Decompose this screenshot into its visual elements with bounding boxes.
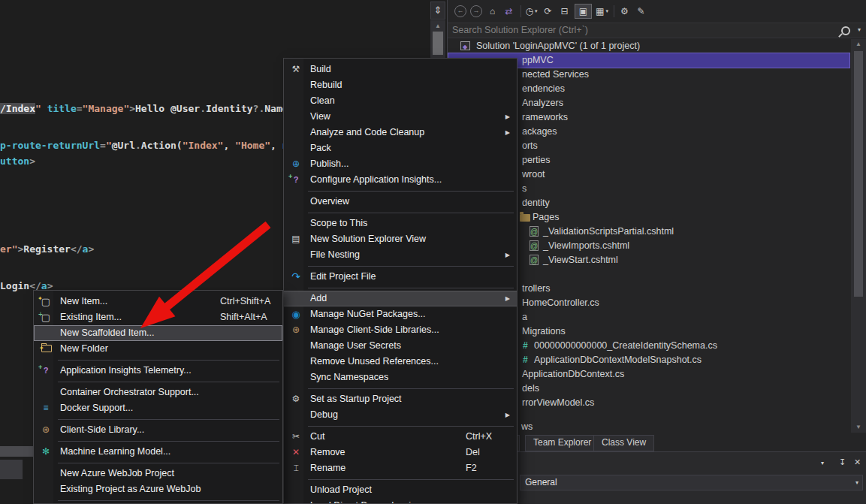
menu-item-debug[interactable]: Debug▶ <box>284 407 517 423</box>
tab-team-explorer[interactable]: Team Explorer <box>525 435 599 451</box>
menu-shortcut: Shift+Alt+A <box>220 309 267 325</box>
code-token: utton <box>0 155 29 167</box>
editor-bottom-scrollbar-fragment[interactable] <box>0 446 34 457</box>
tree-item-label: rrorViewModel.cs <box>522 396 594 410</box>
dropdown-caret-icon[interactable]: ▾ <box>535 8 538 14</box>
code-line: utton> <box>0 155 35 167</box>
collapse-all-icon[interactable]: ⊟ <box>558 5 571 18</box>
back-icon[interactable]: ← <box>454 5 466 17</box>
menu-item-new-solution-explorer-view[interactable]: ▤New Solution Explorer View <box>284 231 517 247</box>
menu-item-new-item[interactable]: ▢New Item...Ctrl+Shift+A <box>34 294 282 309</box>
tree-item-label: _ViewStart.cshtml <box>543 253 618 267</box>
menu-item-client-side-library[interactable]: ⊛Client-Side Library... <box>34 422 282 438</box>
show-all-files-icon[interactable]: ▣ <box>575 4 592 19</box>
menu-item-rename[interactable]: ⌶RenameF2 <box>284 460 517 476</box>
menu-item-scope-to-this[interactable]: Scope to This <box>284 216 517 231</box>
tree-item-label: ppMVC <box>522 53 554 68</box>
menu-item-add[interactable]: Add▶ <box>284 291 517 306</box>
menu-item-label: Clean <box>310 95 335 106</box>
code-token: "Manage" <box>83 103 130 114</box>
code-token: , <box>223 140 235 151</box>
refresh-icon[interactable]: ⟳ <box>542 5 554 18</box>
explorer-scrollbar[interactable]: ▲ ▼ <box>851 39 866 433</box>
menu-item-manage-user-secrets[interactable]: Manage User Secrets <box>284 338 517 354</box>
output-source-combobox[interactable]: General ▾ <box>520 475 863 490</box>
menu-item-edit-project-file[interactable]: ↷Edit Project File <box>284 269 517 285</box>
scrollbar-up-icon[interactable]: ▲ <box>430 20 445 29</box>
submenu-arrow-icon: ▶ <box>505 291 510 306</box>
edit-project-file-icon: ↷ <box>287 269 305 285</box>
menu-item-configure-application-insights[interactable]: ?Configure Application Insights... <box>284 172 517 188</box>
home-icon[interactable]: ⌂ <box>486 5 499 18</box>
switch-views-icon[interactable]: ⇄ <box>502 5 515 18</box>
menu-item-unload-project[interactable]: Unload Project <box>284 482 517 498</box>
combobox-caret-icon[interactable]: ▾ <box>855 479 858 486</box>
forward-icon[interactable]: → <box>470 5 482 17</box>
menu-item-clean[interactable]: Clean <box>284 93 517 109</box>
menu-item-label: Unload Project <box>310 484 372 495</box>
submenu-arrow-icon: ▶ <box>505 247 510 263</box>
menu-item-docker-support[interactable]: ≡Docker Support... <box>34 400 282 416</box>
menu-item-label: Client-Side Library... <box>60 424 144 435</box>
menu-item-cut[interactable]: ✂CutCtrl+X <box>284 429 517 445</box>
tree-item-label: dentity <box>522 196 550 210</box>
close-icon[interactable]: ✕ <box>854 457 861 467</box>
sync-with-active-document-icon[interactable]: ▦▾ <box>596 5 608 18</box>
menu-item-load-direct-dependencies[interactable]: Load Direct Dependencies <box>284 498 517 504</box>
menu-item-overview[interactable]: Overview <box>284 194 517 210</box>
menu-item-file-nesting[interactable]: File Nesting▶ <box>284 247 517 263</box>
scrollbar-up-icon[interactable]: ▲ <box>851 41 866 47</box>
search-options-caret-icon[interactable]: ▾ <box>858 26 861 33</box>
editor-scrollbar[interactable]: ▲ <box>430 20 445 58</box>
toolbar-separator <box>614 5 614 17</box>
explorer-scrollbar-thumb[interactable] <box>854 51 863 297</box>
tree-item-label: ackages <box>522 125 557 139</box>
code-line: er">Register</a> <box>0 243 94 255</box>
code-token: " <box>35 103 41 114</box>
preview-selected-items-icon[interactable]: ✎ <box>635 5 647 18</box>
menu-item-container-orchestrator-support[interactable]: Container Orchestrator Support... <box>34 385 282 400</box>
pin-icon[interactable]: ↧ <box>839 457 846 467</box>
menu-separator <box>284 476 517 482</box>
scrollbar-down-icon[interactable]: ▼ <box>851 424 866 430</box>
menu-item-manage-client-side-libraries[interactable]: ⊛Manage Client-Side Libraries... <box>284 322 517 338</box>
app-insights-icon: ? <box>37 363 55 379</box>
menu-item-sync-namespaces[interactable]: Sync Namespaces <box>284 370 517 385</box>
tree-item-solution-loginappmvc-1-of-1-project[interactable]: Solution 'LoginAppMVC' (1 of 1 project) <box>448 39 850 53</box>
menu-item-view[interactable]: View▶ <box>284 109 517 125</box>
search-icon[interactable] <box>841 26 850 35</box>
editor-split-handle-icon[interactable]: ⇕ <box>430 2 445 20</box>
menu-item-label: New Item... <box>60 296 107 306</box>
menu-item-pack[interactable]: Pack <box>284 140 517 156</box>
editor-scrollbar-thumb[interactable] <box>433 32 443 55</box>
dropdown-caret-icon[interactable]: ▾ <box>605 8 608 14</box>
tab-class-view[interactable]: Class View <box>593 435 654 451</box>
menu-item-existing-project-as-azure-webjob[interactable]: Existing Project as Azure WebJob <box>34 481 282 497</box>
menu-item-manage-nuget-packages[interactable]: ◉Manage NuGet Packages... <box>284 306 517 322</box>
window-position-caret-icon[interactable]: ▾ <box>821 460 824 466</box>
menu-item-existing-item[interactable]: ▢Existing Item...Shift+Alt+A <box>34 309 282 325</box>
menu-item-new-azure-webjob-project[interactable]: New Azure WebJob Project <box>34 466 282 481</box>
properties-icon[interactable]: ⚙ <box>618 5 631 18</box>
menu-item-publish[interactable]: ⊕Publish... <box>284 156 517 172</box>
code-token <box>41 103 47 114</box>
menu-item-new-scaffolded-item[interactable]: New Scaffolded Item... <box>34 325 282 341</box>
menu-item-application-insights-telemetry[interactable]: ?Application Insights Telemetry... <box>34 363 282 379</box>
menu-item-analyze-and-code-cleanup[interactable]: Analyze and Code Cleanup▶ <box>284 125 517 140</box>
tree-item-label: rameworks <box>522 110 568 125</box>
pending-changes-filter-icon[interactable]: ◷▾ <box>525 5 538 18</box>
menu-item-remove-unused-references[interactable]: Remove Unused References... <box>284 354 517 370</box>
menu-item-machine-learning-model[interactable]: ✻Machine Learning Model... <box>34 444 282 460</box>
add-submenu: ▢New Item...Ctrl+Shift+A▢Existing Item..… <box>33 290 283 504</box>
menu-item-set-as-startup-project[interactable]: ⚙Set as Startup Project <box>284 391 517 407</box>
search-input[interactable]: Search Solution Explorer (Ctrl+`) <box>452 23 588 38</box>
menu-item-label: Edit Project File <box>310 271 376 282</box>
menu-item-remove[interactable]: ✕RemoveDel <box>284 445 517 460</box>
search-box[interactable]: Search Solution Explorer (Ctrl+`) ▾ <box>448 23 866 38</box>
project-context-menu: ⚒BuildRebuildCleanView▶Analyze and Code … <box>283 58 517 504</box>
menu-item-rebuild[interactable]: Rebuild <box>284 77 517 93</box>
menu-item-build[interactable]: ⚒Build <box>284 62 517 77</box>
menu-item-new-folder[interactable]: New Folder <box>34 341 282 357</box>
menu-item-label: Cut <box>310 431 324 442</box>
menu-item-label: Pack <box>310 143 331 153</box>
